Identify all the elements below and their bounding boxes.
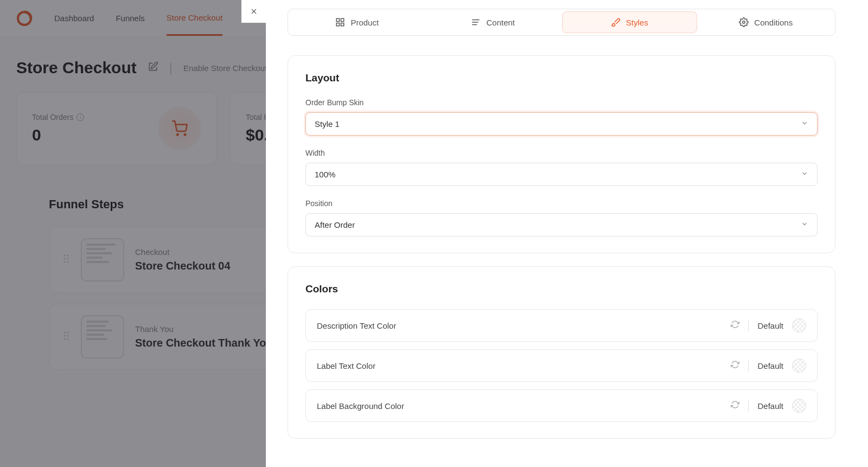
color-swatch[interactable] [792, 359, 806, 373]
close-button[interactable] [241, 0, 266, 23]
color-label: Description Text Color [317, 321, 396, 330]
settings-panel: Product Content Styles Conditions Layout… [266, 0, 868, 467]
close-icon [250, 7, 258, 16]
select-value: After Order [315, 220, 355, 229]
select-value: 100% [315, 170, 335, 179]
svg-rect-17 [337, 18, 340, 21]
svg-rect-18 [341, 18, 344, 21]
chevron-down-icon [801, 220, 808, 229]
colors-section: Colors Description Text Color Default La… [288, 266, 835, 439]
width-select[interactable]: 100% [305, 163, 818, 186]
color-swatch[interactable] [792, 318, 806, 332]
reset-icon[interactable] [731, 400, 739, 411]
position-label: Position [305, 199, 818, 208]
svg-rect-20 [337, 23, 340, 26]
svg-point-24 [743, 21, 745, 24]
skin-label: Order Bump Skin [305, 98, 818, 107]
color-label: Label Background Color [317, 401, 404, 411]
tab-label: Content [486, 18, 515, 27]
color-row-description-text: Description Text Color Default [305, 309, 818, 342]
select-value: Style 1 [315, 119, 340, 129]
color-row-label-text: Label Text Color Default [305, 349, 818, 382]
layout-section: Layout Order Bump Skin Style 1 Width 100… [288, 55, 835, 253]
color-value: Default [757, 321, 783, 330]
color-value: Default [757, 361, 783, 370]
tab-styles[interactable]: Styles [562, 11, 697, 33]
lines-icon [471, 17, 481, 27]
brush-icon [611, 17, 621, 27]
tab-label: Conditions [754, 18, 793, 27]
svg-rect-19 [341, 23, 344, 26]
colors-title: Colors [305, 283, 818, 295]
tab-label: Product [350, 18, 379, 27]
skin-select[interactable]: Style 1 [305, 112, 818, 136]
color-row-label-background: Label Background Color Default [305, 389, 818, 422]
color-label: Label Text Color [317, 361, 375, 370]
separator [748, 400, 749, 412]
grid-icon [335, 17, 345, 27]
separator [748, 360, 749, 372]
reset-icon[interactable] [731, 320, 739, 331]
separator [748, 319, 749, 331]
position-select[interactable]: After Order [305, 213, 818, 236]
layout-title: Layout [305, 72, 818, 84]
chevron-down-icon [801, 170, 808, 179]
tab-conditions[interactable]: Conditions [699, 11, 833, 33]
color-swatch[interactable] [792, 399, 806, 413]
width-label: Width [305, 149, 818, 157]
gear-icon [739, 17, 749, 27]
panel-tabs: Product Content Styles Conditions [288, 9, 835, 36]
chevron-down-icon [801, 119, 808, 129]
tab-content[interactable]: Content [426, 11, 560, 33]
tab-label: Styles [626, 18, 648, 27]
color-value: Default [757, 401, 783, 411]
reset-icon[interactable] [731, 360, 739, 371]
tab-product[interactable]: Product [290, 11, 424, 33]
